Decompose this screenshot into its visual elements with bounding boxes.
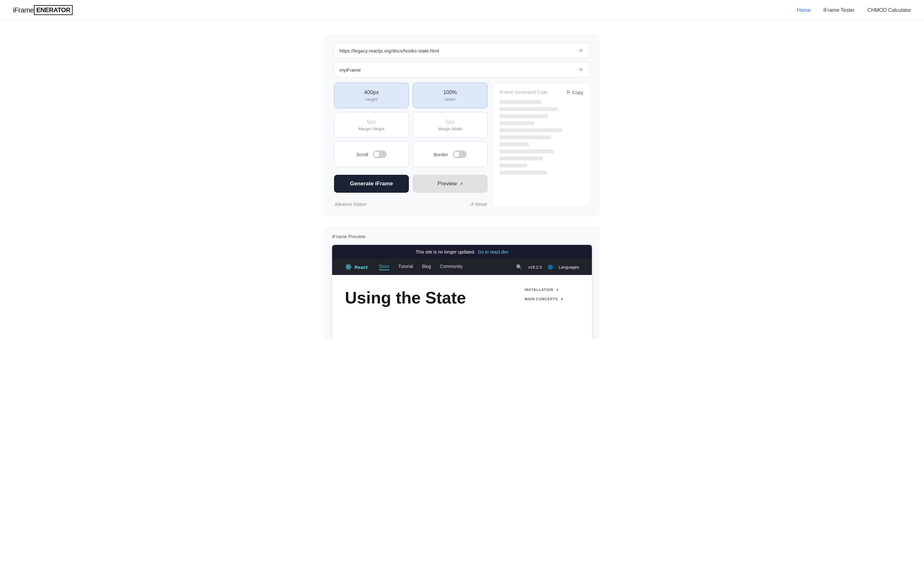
width-value: 100%	[443, 89, 457, 96]
toggle-row: Scroll Border	[334, 141, 488, 167]
react-content: Using the State INSTALLATION ∨ MAIN CONC…	[332, 275, 592, 339]
react-nav-tutorial[interactable]: Tutorial	[398, 264, 413, 270]
width-control[interactable]: 100% Width	[413, 83, 488, 108]
react-logo-area: React	[345, 263, 368, 271]
banner-text: This site is no longer updated.	[415, 249, 475, 255]
margin-height-value: 5px	[367, 119, 376, 125]
margin-width-control[interactable]: 5px Margin Width	[413, 112, 488, 138]
advance-option-link[interactable]: Advance Option	[335, 202, 367, 207]
react-logo-icon	[345, 263, 352, 271]
logo-box: ENERATOR	[34, 5, 72, 15]
left-controls: 400px Height 100% Width 5px Margin Heigh…	[334, 83, 488, 207]
skeleton-line	[499, 164, 527, 168]
sidebar-main-concepts: MAIN CONCEPTS ∨	[525, 297, 579, 301]
skeleton-line	[499, 142, 529, 146]
react-brand: React	[354, 265, 368, 270]
preview-card: iFrame Preview This site is no longer up…	[325, 226, 599, 339]
skeleton-line	[499, 121, 535, 125]
preview-title: iFrame Preview	[332, 234, 592, 239]
code-panel: iFrame Generated Code ⎘ Copy	[493, 83, 590, 207]
name-clear-button[interactable]: ✕	[577, 67, 585, 73]
react-nav: React Docs Tutorial Blog Community 🔍 v18…	[332, 259, 592, 275]
margin-width-value: 5px	[446, 119, 454, 125]
name-input[interactable]	[339, 67, 577, 73]
skeleton-line	[499, 100, 542, 104]
svg-point-0	[348, 266, 349, 268]
skeleton-lines	[499, 100, 583, 200]
url-clear-button[interactable]: ✕	[577, 48, 585, 53]
nav-chmod-calculator[interactable]: CHMOD Calculator	[867, 7, 911, 13]
react-heading: Using the State	[345, 288, 515, 308]
react-site-preview: This site is no longer updated. Go to re…	[332, 245, 592, 339]
size-row: 400px Height 100% Width	[334, 83, 488, 108]
sidebar-installation: INSTALLATION ∨	[525, 288, 579, 292]
border-label: Border	[434, 152, 448, 157]
border-toggle[interactable]	[453, 150, 467, 158]
copy-button[interactable]: ⎘ Copy	[567, 89, 583, 95]
translate-icon: 🌐	[548, 265, 553, 269]
main-nav: Home iFrame Tester CHMOD Calculator	[797, 7, 911, 13]
reset-label: Reset	[475, 202, 487, 207]
scroll-toggle-knob	[374, 152, 379, 157]
logo-prefix: iFrame	[13, 6, 34, 14]
options-row: Advance Option ↺ Reset	[334, 202, 488, 207]
skeleton-line	[499, 157, 543, 160]
header: iFrameENERATOR Home iFrame Tester CHMOD …	[0, 0, 924, 20]
react-nav-links: Docs Tutorial Blog Community	[379, 264, 463, 270]
code-panel-title: iFrame Generated Code	[499, 90, 548, 95]
logo: iFrameENERATOR	[13, 5, 73, 15]
external-link-icon: ↗	[459, 182, 463, 186]
copy-label: Copy	[572, 90, 583, 95]
skeleton-line	[499, 114, 548, 118]
preview-section: iFrame Preview This site is no longer up…	[325, 226, 599, 339]
margin-height-label: Margin Height	[359, 127, 385, 131]
scroll-label: Scroll	[356, 152, 368, 157]
nav-home[interactable]: Home	[797, 7, 811, 13]
react-sidebar: INSTALLATION ∨ MAIN CONCEPTS ∨	[515, 288, 579, 326]
action-row: Generate iFrame Preview ↗	[334, 175, 488, 193]
reset-button[interactable]: ↺ Reset	[470, 202, 487, 207]
react-version: v18.2.0	[528, 265, 542, 269]
margin-row: 5px Margin Height 5px Margin Width	[334, 112, 488, 138]
height-value: 400px	[364, 89, 379, 96]
react-nav-community[interactable]: Community	[440, 264, 463, 270]
copy-icon: ⎘	[567, 89, 570, 95]
go-react-link[interactable]: Go to react.dev	[478, 249, 509, 255]
code-panel-header: iFrame Generated Code ⎘ Copy	[499, 89, 583, 95]
react-nav-docs[interactable]: Docs	[379, 264, 389, 270]
skeleton-line	[499, 128, 562, 132]
border-toggle-knob	[454, 152, 459, 157]
scroll-toggle-box: Scroll	[334, 141, 409, 167]
margin-height-control[interactable]: 5px Margin Height	[334, 112, 409, 138]
name-input-row: ✕	[334, 62, 590, 77]
height-control[interactable]: 400px Height	[334, 83, 409, 108]
skeleton-line	[499, 135, 551, 139]
scroll-toggle[interactable]	[373, 150, 387, 158]
reset-icon: ↺	[470, 202, 474, 207]
react-nav-blog[interactable]: Blog	[422, 264, 431, 270]
react-nav-right: 🔍 v18.2.0 🌐 Languages	[516, 264, 579, 270]
width-label: Width	[445, 97, 455, 102]
border-toggle-box: Border	[413, 141, 488, 167]
generate-button[interactable]: Generate iFrame	[334, 175, 409, 193]
preview-label: Preview	[437, 180, 457, 187]
skeleton-line	[499, 149, 554, 153]
react-banner: This site is no longer updated. Go to re…	[332, 245, 592, 259]
skeleton-line	[499, 171, 547, 174]
react-main-content: Using the State	[345, 288, 515, 326]
url-input-row: ✕	[334, 43, 590, 58]
preview-button[interactable]: Preview ↗	[413, 175, 488, 193]
form-card: ✕ ✕ 400px Height 100% Width	[325, 33, 599, 216]
url-input[interactable]	[339, 48, 577, 53]
controls-area: 400px Height 100% Width 5px Margin Heigh…	[334, 83, 590, 207]
height-label: Height	[365, 97, 378, 102]
margin-width-label: Margin Width	[438, 127, 463, 131]
nav-iframe-tester[interactable]: iFrame Tester	[824, 7, 855, 13]
languages-label[interactable]: Languages	[559, 265, 579, 269]
skeleton-line	[499, 107, 558, 111]
search-icon[interactable]: 🔍	[516, 264, 523, 270]
main-content: ✕ ✕ 400px Height 100% Width	[0, 20, 924, 352]
